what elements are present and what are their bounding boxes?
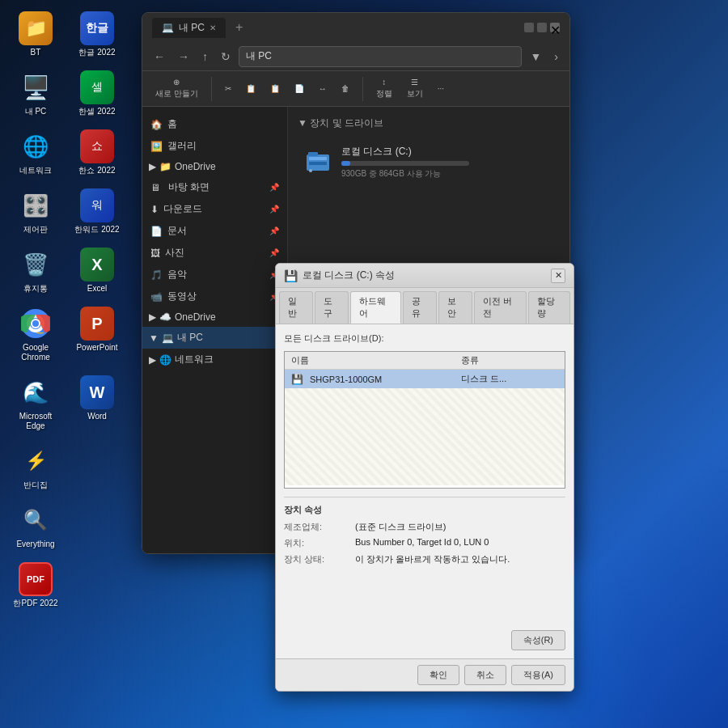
home-icon: 🏠 <box>150 119 163 130</box>
cancel-btn[interactable]: 취소 <box>464 665 506 685</box>
disk-item-icon: 💾 <box>291 374 303 385</box>
icon-hansel2022[interactable]: 셀 한셀 2022 <box>70 67 125 120</box>
explorer-tab[interactable]: 💻 내 PC ✕ <box>152 18 226 38</box>
icon-everything[interactable]: 🔍 Everything <box>8 500 63 552</box>
icon-excel[interactable]: X Excel <box>70 244 125 297</box>
maximize-btn[interactable] <box>537 23 547 32</box>
mypc-sidebar-label: 내 PC <box>177 331 203 345</box>
icon-hangul2022[interactable]: 한글 한글 2022 <box>70 8 125 61</box>
location-value: Bus Number 0, Target Id 0, LUN 0 <box>355 537 565 549</box>
dialog-tabs: 일반 도구 하드웨어 공유 보안 이전 버전 할당량 <box>276 288 574 324</box>
sort-btn[interactable]: ↕ 정렬 <box>371 75 397 102</box>
icon-bandizip[interactable]: ⚡ 반디집 <box>8 441 63 493</box>
sidebar-home[interactable]: 🏠 홈 <box>142 113 287 135</box>
sidebar-desktop[interactable]: 🖥 바탕 화면 📌 <box>142 176 287 198</box>
icon-row-2: 🖥️ 내 PC 셀 한셀 2022 <box>4 67 129 120</box>
icon-controlpanel[interactable]: 🎛️ 제어판 <box>8 185 63 238</box>
tab-security[interactable]: 보안 <box>438 291 472 324</box>
delete-btn[interactable]: 🗑 <box>336 82 354 95</box>
cut-btn[interactable]: ✂ <box>220 82 236 95</box>
paste-btn[interactable]: 📋 <box>265 82 285 95</box>
dialog-content: 모든 디스크 드라이브(D): 이름 종류 💾 SHGP31-1000GM 디스… <box>276 324 574 679</box>
c-drive-item[interactable]: 로컬 디스크 (C:) 930GB 중 864GB 사용 가능 <box>298 138 476 186</box>
tab-quota[interactable]: 할당량 <box>528 291 570 324</box>
sidebar-onedrive-group[interactable]: ▶ 📁 OneDrive <box>142 157 287 176</box>
disk-list-item-0[interactable]: 💾 SHGP31-1000GM 디스크 드... <box>285 370 565 388</box>
onedrive-folder-icon: 📁 <box>159 161 171 172</box>
apply-btn[interactable]: 적용(A) <box>511 665 565 685</box>
explorer-tab-label: 내 PC <box>179 21 205 35</box>
trash-icon: 🗑️ <box>19 248 53 281</box>
dialog-titlebar: 💾 로컬 디스크 (C:) 속성 ✕ <box>276 264 574 288</box>
icon-trash[interactable]: 🗑️ 휴지통 <box>8 244 63 297</box>
sidebar-mypc-group[interactable]: ▼ 💻 내 PC <box>142 327 287 349</box>
dropdown-btn[interactable]: ▼ <box>525 47 546 66</box>
icon-powerpoint[interactable]: P PowerPoint <box>70 303 125 366</box>
tab-general[interactable]: 일반 <box>279 291 313 324</box>
minimize-btn[interactable] <box>524 23 534 32</box>
icon-googlechrome[interactable]: Google Chrome <box>8 303 63 366</box>
hanpdf2022-icon: PDF <box>19 562 53 596</box>
excel-icon: X <box>80 248 114 281</box>
icon-bt[interactable]: 📁 BT <box>8 8 63 61</box>
more-ribbon-btn[interactable]: ··· <box>433 82 449 95</box>
icon-hanpdf2022[interactable]: PDF 한PDF 2022 <box>8 559 63 612</box>
ok-btn[interactable]: 확인 <box>417 665 459 685</box>
icon-word[interactable]: W Word <box>70 372 125 434</box>
trash-label: 휴지통 <box>23 284 48 294</box>
gallery-icon: 🖼️ <box>150 141 163 152</box>
tab-tools[interactable]: 도구 <box>315 291 349 324</box>
sidebar-videos[interactable]: 📹 동영상 📌 <box>142 286 287 307</box>
ribbon-sep-2 <box>362 77 363 101</box>
view-btn[interactable]: ☰ 보기 <box>402 75 428 102</box>
downloads-folder-icon: ⬇ <box>150 204 159 215</box>
everything-icon: 🔍 <box>19 503 53 537</box>
properties-btn[interactable]: 속성(R) <box>511 630 565 650</box>
clipboard-btn[interactable]: 📄 <box>290 82 309 95</box>
window-close-btn[interactable]: ✕ <box>550 23 560 32</box>
documents-label: 문서 <box>167 224 187 238</box>
icon-msedge[interactable]: 🌊 Microsoft Edge <box>8 372 63 434</box>
dialog-footer: 확인 취소 적용(A) <box>276 658 574 691</box>
hanshow2022-label: 한쇼 2022 <box>78 166 115 176</box>
tab-close-btn[interactable]: ✕ <box>210 23 216 32</box>
chrome-label: Google Chrome <box>11 343 60 362</box>
icon-hanshow2022[interactable]: 쇼 한쇼 2022 <box>70 126 125 179</box>
sidebar-onedrive2-group[interactable]: ▶ ☁️ OneDrive <box>142 307 287 327</box>
move-btn[interactable]: ↔ <box>314 82 332 95</box>
c-drive-bar-container <box>341 161 469 166</box>
pin-icon4: 📌 <box>269 248 279 257</box>
new-tab-btn[interactable]: + <box>235 20 243 35</box>
back-btn[interactable]: ← <box>149 47 170 66</box>
controlpanel-icon: 🎛️ <box>19 188 53 222</box>
icon-mypc[interactable]: 🖥️ 내 PC <box>8 67 63 120</box>
forward-btn[interactable]: → <box>173 47 194 66</box>
manufacturer-value: (표준 디스크 드라이브) <box>355 521 565 533</box>
sidebar-downloads[interactable]: ⬇ 다운로드 📌 <box>142 198 287 220</box>
excel-label: Excel <box>87 284 107 294</box>
network-sidebar-label: 네트워크 <box>175 353 214 366</box>
tab-previous[interactable]: 이전 버전 <box>474 291 527 324</box>
sidebar-documents[interactable]: 📄 문서 📌 <box>142 220 287 242</box>
icon-network[interactable]: 🌐 네트워크 <box>8 126 63 179</box>
music-label: 음악 <box>167 268 187 281</box>
c-drive-info: 로컬 디스크 (C:) 930GB 중 864GB 사용 가능 <box>341 145 469 180</box>
address-bar[interactable]: 내 PC <box>239 46 522 67</box>
refresh-btn[interactable]: ↻ <box>216 47 235 66</box>
tab-sharing[interactable]: 공유 <box>403 291 437 324</box>
dialog-close-btn[interactable]: ✕ <box>551 269 565 283</box>
props-row-status: 장치 상태: 이 장치가 올바르게 작동하고 있습니다. <box>284 553 565 565</box>
expand-icon2: ▶ <box>149 311 156 323</box>
sidebar-pictures[interactable]: 🖼 사진 📌 <box>142 242 287 264</box>
sidebar-music[interactable]: 🎵 음악 📌 <box>142 264 287 286</box>
sidebar-network-group[interactable]: ▶ 🌐 네트워크 <box>142 349 287 370</box>
icon-row-7: 🌊 Microsoft Edge W Word <box>4 372 129 434</box>
up-btn[interactable]: ↑ <box>197 47 213 66</box>
new-btn[interactable]: ⊕ 새로 만들기 <box>150 75 203 102</box>
sidebar-gallery[interactable]: 🖼️ 갤러리 <box>142 135 287 157</box>
copy-btn[interactable]: 📋 <box>241 82 260 95</box>
tab-hardware[interactable]: 하드웨어 <box>350 291 400 324</box>
icon-hanword2022[interactable]: 워 한워드 2022 <box>70 185 125 238</box>
dialog-title-icon: 💾 <box>284 269 298 282</box>
search-expand-btn[interactable]: › <box>549 47 563 66</box>
